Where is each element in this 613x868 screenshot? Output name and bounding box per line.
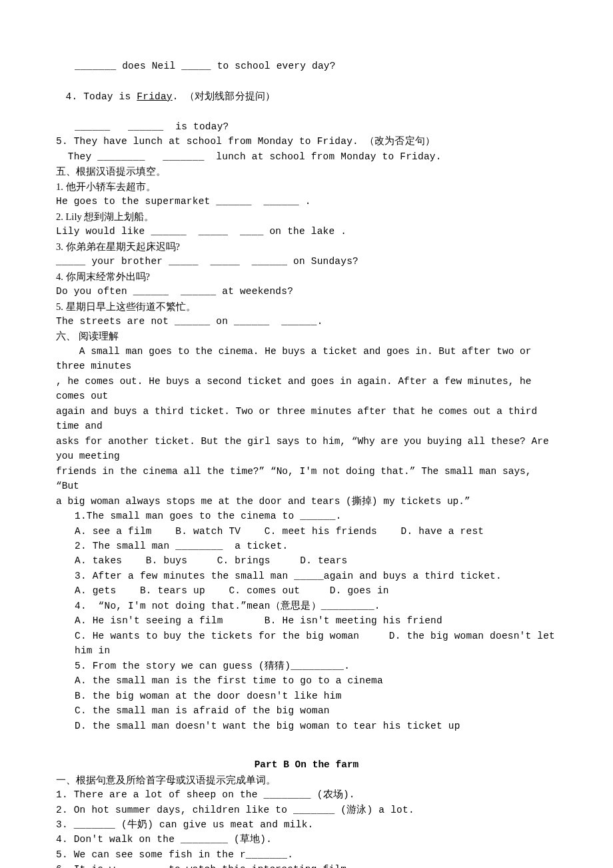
sec5-q1-en: He goes to the supermarket ______ ______… — [56, 194, 557, 209]
sec5-q2-cn: 2. Lily 想到湖上划船。 — [56, 209, 557, 224]
sec5-q5-cn: 5. 星期日早上这些街道不繁忙。 — [56, 299, 557, 314]
top-line-2a: 4. Today is — [66, 91, 137, 102]
sec6-q3-options: A. gets B. tears up C. comes out D. goes… — [56, 583, 557, 598]
sec5-q4-en: Do you often ______ ______ at weekends? — [56, 284, 557, 299]
sec6-passage-4: asks for another ticket. But the girl sa… — [56, 434, 557, 464]
sec6-q1: 1.The small man goes to the cinema to __… — [56, 509, 557, 523]
top-line-2-underline: Friday — [137, 91, 172, 102]
sec6-q2-options: A. takes B. buys C. brings D. tears — [56, 553, 557, 568]
top-line-1: _______ does Neil _____ to school every … — [56, 59, 557, 73]
sec5-q4-cn: 4. 你周末经常外出吗? — [56, 269, 557, 284]
top-line-3: ______ ______ is today? — [56, 119, 557, 134]
sec6-q2: 2. The small man ________ a ticket. — [56, 539, 557, 553]
sec5-q2-en: Lily would like ______ _____ ____ on the… — [56, 224, 557, 239]
document-page: _______ does Neil _____ to school every … — [0, 0, 613, 868]
top-line-2: 4. Today is Friday. （对划线部分提问） — [56, 73, 557, 119]
sec6-title: 六、 阅读理解 — [56, 329, 557, 343]
partb-s1-q5: 5. We can see some fish in the r_______. — [56, 847, 557, 862]
top-line-2b: . （对划线部分提问） — [173, 91, 276, 102]
sec5-title: 五、根据汉语提示填空。 — [56, 164, 557, 179]
top-line-5: They ________ _______ lunch at school fr… — [56, 149, 557, 164]
sec6-q4-option-a: A. He isn't seeing a film B. He isn't me… — [56, 613, 557, 628]
sec5-q1-cn: 1. 他开小轿车去超市。 — [56, 179, 557, 194]
sec6-q4: 4. “No, I'm not doing that.”mean（意思是）___… — [56, 599, 557, 613]
sec6-passage-2: , he comes out. He buys a second ticket … — [56, 374, 557, 404]
partb-s1-q2: 2. On hot summer days, children like to … — [56, 803, 557, 817]
spacer — [56, 733, 557, 745]
partb-sec1-title: 一、根据句意及所给首字母或汉语提示完成单词。 — [56, 773, 557, 787]
sec6-q5: 5. From the story we can guess (猜猜)_____… — [56, 659, 557, 673]
sec6-passage-3: again and buys a third ticket. Two or th… — [56, 404, 557, 434]
sec6-passage-1: A small man goes to the cinema. He buys … — [56, 344, 557, 374]
sec6-q5-option-a: A. the small man is the first time to go… — [56, 673, 557, 688]
sec6-q1-options: A. see a film B. watch TV C. meet his fr… — [56, 524, 557, 539]
partb-s1-q4: 4. Don't walk on the ________ (草地). — [56, 832, 557, 847]
sec6-passage-6: a big woman always stops me at the door … — [56, 494, 557, 509]
sec5-q5-en: The streets are not ______ on ______ ___… — [56, 314, 557, 329]
partb-s1-q1: 1. There are a lot of sheep on the _____… — [56, 787, 557, 802]
partb-s1-q6: 6. It is w________ to watch this interes… — [56, 862, 557, 868]
sec6-q5-option-d: D. the small man doesn't want the big wo… — [56, 719, 557, 733]
top-line-4: 5. They have lunch at school from Monday… — [56, 134, 557, 149]
partb-s1-q3: 3. _______ (牛奶) can give us meat and mil… — [56, 817, 557, 832]
sec6-passage-5: friends in the cinema all the time?” “No… — [56, 464, 557, 494]
sec6-q5-option-c: C. the small man is afraid of the big wo… — [56, 703, 557, 718]
sec6-q3: 3. After a few minutes the small man ___… — [56, 569, 557, 583]
sec5-q3-cn: 3. 你弟弟在星期天起床迟吗? — [56, 239, 557, 254]
sec6-q4-option-c: C. He wants to buy the tickets for the b… — [56, 629, 557, 659]
sec6-q5-option-b: B. the big woman at the door doesn't lik… — [56, 689, 557, 703]
sec5-q3-en: _____ your brother _____ _____ ______ on… — [56, 254, 557, 269]
partb-title: Part B On the farm — [56, 757, 557, 772]
